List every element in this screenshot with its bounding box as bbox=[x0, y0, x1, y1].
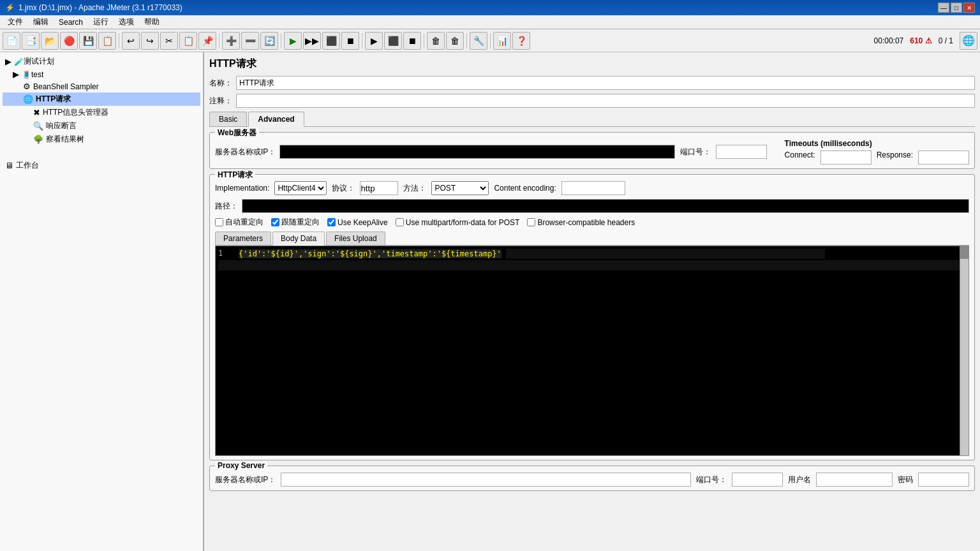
auto-redirect-checkbox[interactable]: 自动重定向 bbox=[215, 217, 264, 228]
http-request-content: Implementation: HttpClient4 协议： 方法： POST… bbox=[215, 181, 969, 456]
remote-start-button[interactable]: ▶ bbox=[365, 32, 383, 50]
proxy-port-input[interactable] bbox=[732, 473, 783, 487]
remote-stop-button[interactable]: ⬛ bbox=[384, 32, 402, 50]
shutdown-button[interactable]: ⏹ bbox=[341, 32, 359, 50]
tree-item-testplan[interactable]: ▶ 🧪 测试计划 bbox=[3, 55, 200, 68]
testplan-label: 测试计划 bbox=[24, 56, 54, 67]
tree-item-assertion[interactable]: 🔍 响应断言 bbox=[3, 119, 200, 133]
close-button[interactable]: 🔴 bbox=[60, 32, 78, 50]
start-button[interactable]: ▶ bbox=[284, 32, 302, 50]
tree-item-httprequest[interactable]: 🌐 HTTP请求 bbox=[3, 92, 200, 106]
menu-help[interactable]: 帮助 bbox=[139, 15, 165, 29]
expand-all-button[interactable]: ➕ bbox=[222, 32, 240, 50]
help-button[interactable]: ❓ bbox=[512, 32, 530, 50]
protocol-label: 协议： bbox=[332, 183, 355, 194]
multipart-input[interactable] bbox=[396, 218, 404, 226]
proxy-server-label: 服务器名称或IP： bbox=[215, 474, 276, 485]
close-button[interactable]: ✕ bbox=[963, 3, 975, 13]
connect-input[interactable] bbox=[820, 151, 872, 165]
cut-button[interactable]: ✂ bbox=[160, 32, 178, 50]
proxy-password-input[interactable] bbox=[918, 473, 969, 487]
proxy-username-label: 用户名 bbox=[788, 474, 811, 485]
inner-tab-bodydata[interactable]: Body Data bbox=[272, 231, 325, 246]
proxy-username-input[interactable] bbox=[816, 473, 893, 487]
port-input[interactable] bbox=[716, 145, 767, 159]
comment-input[interactable] bbox=[236, 94, 975, 108]
menu-edit[interactable]: 编辑 bbox=[28, 15, 54, 29]
copy-button[interactable]: 📋 bbox=[179, 32, 197, 50]
method-select[interactable]: POST GET PUT DELETE bbox=[431, 181, 489, 195]
proxy-password-label: 密码 bbox=[898, 474, 913, 485]
inner-tab-parameters[interactable]: Parameters bbox=[215, 231, 271, 245]
minimize-button[interactable]: — bbox=[938, 3, 949, 13]
open-button[interactable]: 📂 bbox=[41, 32, 59, 50]
name-input[interactable] bbox=[236, 76, 975, 90]
workbench-label: 工作台 bbox=[16, 160, 39, 171]
start-no-pauses-button[interactable]: ▶▶ bbox=[303, 32, 321, 50]
follow-redirect-checkbox[interactable]: 跟随重定向 bbox=[271, 217, 320, 228]
paste-button[interactable]: 📌 bbox=[198, 32, 216, 50]
impl-select[interactable]: HttpClient4 bbox=[274, 181, 327, 195]
tb-separator-4 bbox=[362, 33, 362, 48]
log-panel-button[interactable]: 📊 bbox=[493, 32, 511, 50]
browser-compat-checkbox[interactable]: Browser-compatible headers bbox=[527, 218, 635, 227]
keepalive-input[interactable] bbox=[327, 218, 336, 226]
save-button[interactable]: 💾 bbox=[79, 32, 97, 50]
comment-label: 注释： bbox=[209, 96, 232, 107]
browser-compat-input[interactable] bbox=[527, 218, 535, 226]
new-button[interactable]: 📄 bbox=[3, 32, 20, 50]
menu-run[interactable]: 运行 bbox=[88, 15, 114, 29]
open-template-button[interactable]: 📑 bbox=[22, 32, 40, 50]
clear-all-button[interactable]: 🗑 bbox=[446, 32, 464, 50]
keepalive-label: Use KeepAlive bbox=[338, 218, 388, 227]
auto-redirect-input[interactable] bbox=[215, 218, 223, 226]
path-input-redacted[interactable] bbox=[242, 199, 969, 213]
response-label: Response: bbox=[877, 151, 913, 165]
code-editor[interactable]: 1 {'id':'${id}','sign':'${sign}','timest… bbox=[215, 246, 969, 456]
redo-button[interactable]: ↪ bbox=[141, 32, 159, 50]
path-label: 路径： bbox=[215, 201, 238, 212]
clear-button[interactable]: 🗑 bbox=[427, 32, 445, 50]
follow-redirect-input[interactable] bbox=[271, 218, 279, 226]
timer-display: 00:00:07 bbox=[869, 36, 909, 45]
toggle-button[interactable]: 🔄 bbox=[260, 32, 278, 50]
path-row: 路径： bbox=[215, 199, 969, 213]
titlebar-title: 1.jmx (D:\1.jmx) - Apache JMeter (3.1 r1… bbox=[19, 3, 182, 12]
collapse-all-button[interactable]: ➖ bbox=[241, 32, 259, 50]
tree-item-workbench[interactable]: 🖥 工作台 bbox=[3, 159, 200, 172]
beanshell-label: BeanShell Sampler bbox=[33, 82, 99, 91]
tree-item-headermanager[interactable]: ✖ HTTP信息头管理器 bbox=[3, 106, 200, 119]
tab-advanced[interactable]: Advanced bbox=[248, 112, 304, 127]
maximize-button[interactable]: □ bbox=[951, 3, 962, 13]
undo-button[interactable]: ↩ bbox=[122, 32, 140, 50]
keepalive-checkbox[interactable]: Use KeepAlive bbox=[327, 218, 388, 227]
menu-search[interactable]: Search bbox=[54, 17, 88, 28]
tree-item-test[interactable]: ▶ 🧵 test bbox=[3, 68, 200, 80]
menu-options[interactable]: 选项 bbox=[114, 15, 139, 29]
tree-item-resulttree[interactable]: 🌳 察看结果树 bbox=[3, 133, 200, 146]
protocol-input[interactable] bbox=[360, 181, 398, 195]
remote-shutdown-button[interactable]: ⏹ bbox=[403, 32, 421, 50]
tree-item-beanshell[interactable]: ⚙ BeanShell Sampler bbox=[3, 80, 200, 92]
headermanager-icon: ✖ bbox=[33, 108, 40, 117]
left-panel: ▶ 🧪 测试计划 ▶ 🧵 test ⚙ BeanShell Sampler 🌐 … bbox=[0, 52, 204, 551]
function-helper-button[interactable]: 🔧 bbox=[470, 32, 487, 50]
multipart-checkbox[interactable]: Use multipart/form-data for POST bbox=[396, 218, 520, 227]
proxy-server-section: Proxy Server 服务器名称或IP： 端口号： 用户名 密码 bbox=[209, 466, 975, 491]
scrollbar-thumb[interactable] bbox=[960, 246, 969, 259]
proxy-server-input[interactable] bbox=[281, 473, 691, 487]
toolbar: 📄 📑 📂 🔴 💾 📋 ↩ ↪ ✂ 📋 📌 ➕ ➖ 🔄 ▶ ▶▶ ⬛ ⏹ ▶ ⬛… bbox=[0, 29, 980, 52]
stop-button[interactable]: ⬛ bbox=[322, 32, 340, 50]
testplan-icon2: 🧪 bbox=[14, 57, 24, 66]
http-request-legend: HTTP请求 bbox=[215, 170, 255, 180]
save-as-button[interactable]: 📋 bbox=[98, 32, 116, 50]
encoding-input[interactable] bbox=[561, 181, 625, 195]
inner-tab-filesupload[interactable]: Files Upload bbox=[326, 231, 385, 245]
editor-scrollbar[interactable] bbox=[960, 246, 969, 455]
inner-tabs: Parameters Body Data Files Upload bbox=[215, 231, 969, 246]
server-input-redacted[interactable] bbox=[279, 145, 674, 159]
test-label: test bbox=[31, 70, 43, 79]
tab-basic[interactable]: Basic bbox=[209, 112, 247, 126]
response-input[interactable] bbox=[918, 151, 969, 165]
menu-file[interactable]: 文件 bbox=[3, 15, 28, 29]
